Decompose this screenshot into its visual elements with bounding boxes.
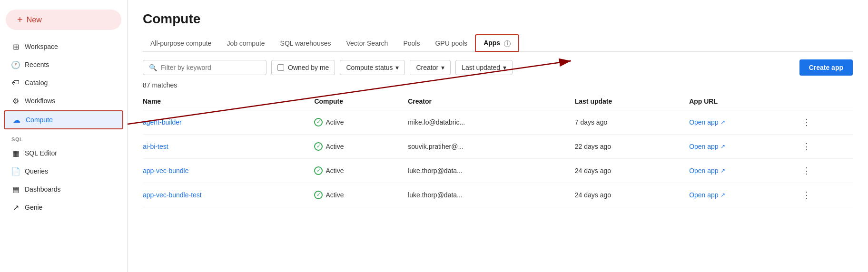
col-name: Name	[143, 93, 314, 110]
more-options-button[interactable]: ⋮	[799, 116, 814, 128]
open-app-link[interactable]: Open app ↗	[689, 191, 794, 199]
cell-name: agent-builder	[143, 110, 314, 134]
open-app-link[interactable]: Open app ↗	[689, 167, 794, 175]
owned-by-me-filter[interactable]: Owned by me	[271, 60, 335, 75]
apps-table: Name Compute Creator Last update App URL…	[143, 93, 853, 207]
create-app-button[interactable]: Create app	[799, 59, 853, 76]
sidebar-item-catalog[interactable]: 🏷 Catalog	[4, 74, 123, 91]
search-input[interactable]	[161, 64, 260, 71]
filters-row: 🔍 Owned by me Compute status ▾ Creator ▾…	[128, 52, 868, 79]
cell-compute: ✓ Active	[314, 158, 408, 183]
external-link-icon: ↗	[720, 192, 725, 198]
open-app-link[interactable]: Open app ↗	[689, 143, 794, 150]
app-link[interactable]: app-vec-bundle	[143, 167, 189, 175]
sql-section-label: SQL	[4, 132, 123, 144]
sidebar-item-sql-editor-label: SQL Editor	[25, 149, 57, 157]
external-link-icon: ↗	[720, 167, 725, 174]
sidebar-item-workspace[interactable]: ⊞ Workspace	[4, 38, 123, 55]
main-header: Compute All-purpose compute Job compute …	[128, 0, 868, 52]
app-link[interactable]: app-vec-bundle-test	[143, 191, 202, 199]
cell-creator: luke.thorp@data...	[408, 158, 575, 183]
creator-label: Creator	[416, 64, 438, 71]
table-wrap: Name Compute Creator Last update App URL…	[128, 93, 868, 272]
table-header: Name Compute Creator Last update App URL	[143, 93, 853, 110]
cell-more: ⋮	[799, 183, 853, 207]
status-active-icon: ✓	[314, 166, 323, 175]
creator-filter[interactable]: Creator ▾	[410, 60, 451, 75]
sidebar-item-recents-label: Recents	[25, 61, 49, 68]
sidebar-item-genie[interactable]: ↗ Genie	[4, 199, 123, 216]
status-label: Active	[326, 167, 344, 175]
last-updated-filter[interactable]: Last updated ▾	[455, 60, 513, 75]
tab-apps[interactable]: Apps i	[475, 34, 519, 52]
sidebar-item-compute[interactable]: ☁ Compute	[4, 110, 123, 129]
matches-count: 87 matches	[128, 79, 868, 93]
workspace-icon: ⊞	[11, 42, 20, 51]
dashboards-icon: ▤	[11, 185, 20, 194]
sidebar-item-workspace-label: Workspace	[25, 43, 58, 50]
page-title: Compute	[143, 11, 853, 27]
cell-compute: ✓ Active	[314, 110, 408, 134]
table-row: app-vec-bundle ✓ Active luke.thorp@data.…	[143, 158, 853, 183]
status-label: Active	[326, 118, 344, 126]
new-button-label: New	[27, 16, 42, 24]
cell-app-url: Open app ↗	[689, 158, 799, 183]
status-label: Active	[326, 143, 344, 150]
col-creator: Creator	[408, 93, 575, 110]
compute-icon: ☁	[12, 116, 21, 124]
cell-creator: mike.lo@databric...	[408, 110, 575, 134]
cell-last-update: 24 days ago	[575, 183, 689, 207]
tab-pools[interactable]: Pools	[395, 36, 427, 52]
sidebar-item-genie-label: Genie	[25, 204, 42, 211]
cell-app-url: Open app ↗	[689, 110, 799, 134]
more-options-button[interactable]: ⋮	[799, 165, 814, 177]
status-active-icon: ✓	[314, 118, 323, 126]
cell-more: ⋮	[799, 110, 853, 134]
cell-name: app-vec-bundle	[143, 158, 314, 183]
recents-icon: 🕐	[11, 60, 20, 69]
table-row: agent-builder ✓ Active mike.lo@databric.…	[143, 110, 853, 134]
col-app-url: App URL	[689, 93, 799, 110]
cell-name: app-vec-bundle-test	[143, 183, 314, 207]
app-link[interactable]: agent-builder	[143, 118, 182, 126]
col-compute: Compute	[314, 93, 408, 110]
compute-status-filter[interactable]: Compute status ▾	[340, 60, 405, 75]
sql-editor-icon: ▦	[11, 149, 20, 157]
new-button[interactable]: + New	[6, 10, 121, 30]
sidebar-item-dashboards[interactable]: ▤ Dashboards	[4, 181, 123, 198]
workflows-icon: ⚙	[11, 97, 20, 105]
last-updated-label: Last updated	[462, 64, 500, 71]
sidebar: + New ⊞ Workspace 🕐 Recents 🏷 Catalog ⚙ …	[0, 0, 128, 272]
sidebar-item-workflows[interactable]: ⚙ Workflows	[4, 92, 123, 109]
cell-last-update: 7 days ago	[575, 110, 689, 134]
cell-last-update: 24 days ago	[575, 158, 689, 183]
main-content: Compute All-purpose compute Job compute …	[128, 0, 868, 272]
create-app-label: Create app	[809, 64, 843, 71]
cell-more: ⋮	[799, 134, 853, 158]
cell-last-update: 22 days ago	[575, 134, 689, 158]
open-app-link[interactable]: Open app ↗	[689, 118, 794, 126]
cell-name: ai-bi-test	[143, 134, 314, 158]
cell-compute: ✓ Active	[314, 134, 408, 158]
more-options-button[interactable]: ⋮	[799, 140, 814, 153]
search-input-wrap[interactable]: 🔍	[143, 60, 266, 75]
tab-job-compute[interactable]: Job compute	[219, 36, 272, 52]
sidebar-item-catalog-label: Catalog	[25, 79, 48, 87]
tab-gpu-pools[interactable]: GPU pools	[427, 36, 475, 52]
status-active-icon: ✓	[314, 191, 323, 199]
more-options-button[interactable]: ⋮	[799, 189, 814, 201]
sidebar-item-sql-editor[interactable]: ▦ SQL Editor	[4, 145, 123, 162]
app-link[interactable]: ai-bi-test	[143, 143, 168, 150]
sidebar-item-queries[interactable]: 📄 Queries	[4, 163, 123, 180]
tab-all-purpose[interactable]: All-purpose compute	[143, 36, 219, 52]
cell-app-url: Open app ↗	[689, 134, 799, 158]
tab-vector-search[interactable]: Vector Search	[338, 36, 395, 52]
sidebar-item-queries-label: Queries	[25, 167, 48, 175]
owned-by-me-checkbox[interactable]	[277, 64, 284, 71]
sidebar-item-recents[interactable]: 🕐 Recents	[4, 56, 123, 73]
cell-creator: luke.thorp@data...	[408, 183, 575, 207]
tab-sql-warehouses[interactable]: SQL warehouses	[273, 36, 339, 52]
compute-status-label: Compute status	[346, 64, 393, 71]
cell-more: ⋮	[799, 158, 853, 183]
search-icon: 🔍	[149, 64, 157, 71]
